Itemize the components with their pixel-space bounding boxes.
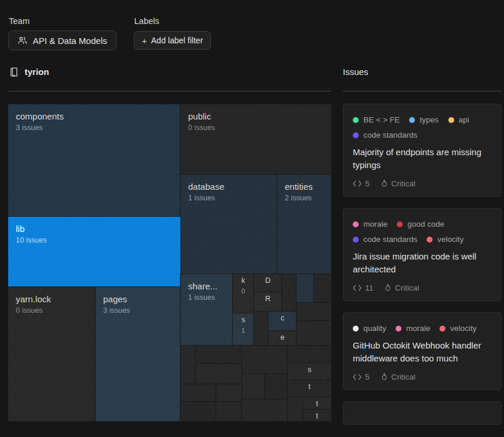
treemap-cell[interactable] [216,402,242,421]
label-dot [353,117,359,123]
treemap-cell-label: public [188,111,323,121]
issues-panel-title: Issues [343,67,368,77]
label-dot [353,237,359,243]
treemap-cell-t[interactable]: t [288,380,331,397]
label-name: code standards [363,131,417,139]
treemap-cell-entities[interactable]: entities2 issues [277,175,331,274]
issue-card-partial[interactable] [343,401,502,425]
issue-label[interactable]: code standards [353,131,417,139]
treemap-cell-s[interactable]: s [288,363,331,380]
issue-card[interactable]: morale good code code standards velocity… [343,208,502,301]
issue-label[interactable]: morale [396,324,430,333]
issue-label[interactable]: morale [353,220,387,228]
priority-badge: Critical [384,284,419,292]
treemap-cell-r[interactable]: R [254,292,282,312]
treemap-cell-components[interactable]: components3 issues [8,104,181,217]
flame-icon [384,284,391,292]
issue-label[interactable]: BE < > FE [353,115,400,124]
treemap-cell-yarn-lock[interactable]: yarn.lock0 issues [8,287,96,421]
team-filter-button[interactable]: API & Data Models [8,30,117,50]
treemap-cell-e[interactable]: e [268,331,297,346]
label-name: quality [363,324,386,333]
treemap-cell[interactable] [288,397,303,421]
treemap-cell-d[interactable]: D [254,274,282,292]
treemap-cell-t[interactable]: t [303,397,331,409]
code-ref-count: 5 [353,373,370,381]
treemap-cell-lib[interactable]: lib10 issues [8,217,181,287]
issue-title: Jira issue migration code is well archit… [353,250,492,276]
treemap-cell-label: e [281,333,285,343]
issues-list: BE < > FE types api code standards Major… [343,104,502,425]
treemap-cell[interactable] [297,274,314,303]
treemap-cell-label: c [281,314,284,323]
treemap-cell-public[interactable]: public0 issues [181,104,331,175]
treemap-cell[interactable] [181,402,216,421]
issue-card[interactable]: BE < > FE types api code standards Major… [343,104,502,197]
treemap-cell[interactable] [297,303,331,321]
treemap-cell-issue-count: 3 issues [16,124,173,132]
repo-row[interactable]: tyrion [9,67,49,77]
treemap-cell[interactable] [314,274,331,303]
treemap-cell-label: t [308,383,310,392]
label-name: good code [407,220,444,228]
treemap-cell-label: pages [103,294,173,304]
label-dot [409,117,415,123]
treemap-cell[interactable] [181,346,196,384]
issue-label[interactable]: good code [397,220,444,228]
issue-title: Majority of endpoints are missing typing… [353,146,492,172]
code-icon [353,285,362,291]
treemap-cell-label: yarn.lock [16,294,88,304]
treemap-cell[interactable] [196,346,242,364]
treemap-cell-database[interactable]: database1 issues [181,175,277,274]
code-icon [353,374,362,380]
label-dot [440,326,445,332]
treemap-cell-c[interactable]: c [268,312,297,331]
treemap-cell-issue-count: 3 issues [103,306,173,315]
treemap-cell-t[interactable]: t [303,409,331,421]
treemap-cell[interactable] [265,374,288,400]
treemap-cell-pages[interactable]: pages3 issues [96,287,181,421]
label-name: types [420,115,438,124]
repo-name: tyrion [25,67,49,77]
label-name: BE < > FE [363,115,400,124]
label-dot [448,117,454,123]
treemap-cell[interactable] [297,321,331,346]
treemap-cell[interactable] [242,400,288,421]
treemap-cell-share[interactable]: share...1 issues [181,274,233,346]
label-name: velocity [437,235,464,244]
issue-card[interactable]: quality morale velocity GitHub Octokit W… [343,312,502,390]
treemap-cell-label: t [316,400,318,409]
issue-label[interactable]: quality [353,324,386,333]
plus-icon: + [142,36,147,46]
treemap: components3 issuespublic0 issuesdatabase… [8,104,331,421]
flame-icon [380,373,388,381]
issue-label[interactable]: code standards [353,235,417,244]
treemap-cell[interactable] [181,384,216,402]
treemap-cell[interactable] [288,346,331,363]
label-name: api [459,115,469,124]
label-name: code standards [363,235,417,244]
issue-title: GitHub Octokit Webhook handler middlewar… [353,339,492,365]
treemap-cell-label: share... [188,281,225,291]
treemap-divider [8,91,331,91]
add-label-filter-text: Add label filter [151,36,203,45]
treemap-cell-k[interactable]: k0 [233,274,254,313]
treemap-cell[interactable] [196,364,242,384]
treemap-cell-label: components [16,111,173,121]
label-dot [396,326,401,332]
issue-label[interactable]: api [448,115,469,124]
issue-label[interactable]: velocity [440,324,476,333]
issue-label[interactable]: velocity [427,235,464,244]
treemap-cell-label: s [308,366,311,375]
treemap-cell[interactable] [254,312,268,346]
treemap-cell[interactable] [242,346,288,374]
treemap-cell[interactable] [242,374,265,400]
issue-label[interactable]: types [409,115,438,124]
treemap-cell-s[interactable]: s1 [233,313,254,346]
add-label-filter-button[interactable]: + Add label filter [134,31,211,50]
team-filter-value: API & Data Models [33,36,107,46]
label-name: morale [363,220,387,228]
treemap-cell[interactable] [216,384,242,402]
treemap-cell[interactable] [282,274,297,312]
treemap-cell-issue-count: 1 issues [188,194,270,202]
